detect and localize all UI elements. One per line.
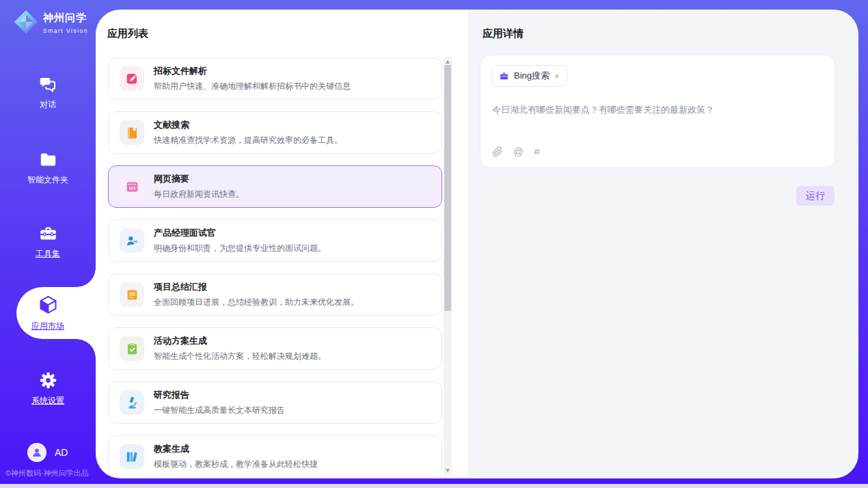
books-icon: [120, 444, 144, 469]
app-card-literature-search[interactable]: 文献搜索 快速精准查找学术资源，提高研究效率的必备工具。: [108, 111, 442, 154]
tool-chip-label: Bing搜索: [514, 70, 550, 82]
app-card-pm-interviewer[interactable]: 产品经理面试官 明确身份和职责，为您提供专业性的面试问题。: [108, 219, 442, 262]
app-detail-pane: 应用详情 Bing搜索 × 今日湖北有哪些新闻要点？有哪些需要关注的最新政策？: [468, 10, 858, 478]
cube-icon: [38, 294, 59, 318]
interviewer-icon: [120, 228, 144, 253]
app-title: 项目总结汇报: [154, 281, 359, 293]
brand-name: 神州问学: [43, 12, 88, 23]
brand-subtitle: Smart Vision: [43, 27, 88, 34]
sidebar-item-label: 应用市场: [0, 321, 96, 332]
run-button[interactable]: 运行: [796, 186, 835, 206]
webpage-code-icon: [120, 174, 144, 199]
app-root: 神州问学 Smart Vision 对话 智能文件夹: [0, 0, 868, 488]
clipboard-check-icon: [120, 336, 144, 361]
toolbox-icon: [39, 224, 57, 245]
app-card-research-report[interactable]: 研究报告 一键智能生成高质量长文本研究报告: [108, 381, 442, 424]
book-icon: [120, 120, 144, 145]
sidebar-item-label: 系统设置: [0, 395, 96, 407]
gear-icon: [39, 371, 57, 392]
main-panel: 应用列表 招标文件解析 帮助用户快速、准确地理解和解析招标书中的关键信息: [96, 10, 858, 478]
hash-icon[interactable]: #: [534, 146, 539, 157]
active-tab-curve-bottom: [77, 339, 96, 358]
brand-logo: 神州问学 Smart Vision: [13, 9, 88, 38]
app-desc: 每日政府新闻资讯快查。: [154, 189, 244, 200]
query-text[interactable]: 今日湖北有哪些新闻要点？有哪些需要关注的最新政策？: [492, 104, 714, 116]
app-desc: 帮助用户快速、准确地理解和解析招标书中的关键信息: [154, 81, 351, 92]
sidebar-item-app-market[interactable]: 应用市场: [0, 294, 96, 332]
brand-diamond-icon: [13, 9, 39, 38]
app-detail-title: 应用详情: [483, 27, 524, 40]
app-title: 网页摘要: [154, 173, 244, 185]
sidebar-item-settings[interactable]: 系统设置: [0, 371, 96, 407]
avatar: [27, 443, 46, 462]
sidebar-item-label: 工具集: [0, 248, 96, 260]
app-card-bid-parsing[interactable]: 招标文件解析 帮助用户快速、准确地理解和解析招标书中的关键信息: [108, 57, 442, 100]
sidebar-item-label: 对话: [0, 99, 96, 111]
folder-icon: [39, 150, 57, 172]
sidebar-item-label: 智能文件夹: [0, 174, 96, 186]
copyright-text: ©神州数码·神州问学出品: [5, 468, 89, 478]
app-list-title: 应用列表: [107, 27, 148, 40]
app-card-web-summary[interactable]: 网页摘要 每日政府新闻资讯快查。: [108, 165, 442, 208]
app-title: 招标文件解析: [154, 65, 351, 77]
app-desc: 一键智能生成高质量长文本研究报告: [154, 405, 285, 416]
app-title: 教案生成: [154, 443, 318, 455]
app-desc: 快速精准查找学术资源，提高研究效率的必备工具。: [154, 135, 342, 146]
app-card-project-summary[interactable]: 项目总结汇报 全面回顾项目进展，总结经验教训，助力未来优化发展。: [108, 273, 442, 316]
user-initials: AD: [55, 447, 68, 458]
app-title: 活动方案生成: [154, 335, 326, 347]
composer-card[interactable]: Bing搜索 × 今日湖北有哪些新闻要点？有哪些需要关注的最新政策？ @ #: [480, 55, 835, 168]
sidebar-item-chat[interactable]: 对话: [0, 75, 96, 111]
at-icon[interactable]: @: [513, 146, 524, 157]
app-card-event-plan[interactable]: 活动方案生成 智能生成个性化活动方案，轻松解决规划难题。: [108, 327, 442, 370]
close-icon[interactable]: ×: [554, 72, 560, 81]
app-card-list: 招标文件解析 帮助用户快速、准确地理解和解析招标书中的关键信息 文献搜索: [108, 57, 442, 478]
note-icon: [120, 282, 144, 307]
paperclip-icon[interactable]: [492, 146, 503, 157]
active-tab-curve-top: [77, 268, 96, 287]
sidebar-item-toolset[interactable]: 工具集: [0, 224, 96, 260]
app-list-pane: 应用列表 招标文件解析 帮助用户快速、准确地理解和解析招标书中的关键信息: [96, 10, 468, 478]
edit-document-icon: [120, 66, 144, 91]
app-desc: 全面回顾项目进展，总结经验教训，助力未来优化发展。: [154, 297, 359, 308]
sidebar-item-smart-folder[interactable]: 智能文件夹: [0, 150, 96, 186]
bottom-strip: [0, 484, 868, 488]
sidebar: 神州问学 Smart Vision 对话 智能文件夹: [0, 0, 96, 484]
app-title: 文献搜索: [154, 119, 342, 131]
app-card-lesson-plan[interactable]: 教案生成 模板驱动，教案秒成，教学准备从此轻松快捷: [108, 435, 442, 478]
app-desc: 模板驱动，教案秒成，教学准备从此轻松快捷: [154, 459, 318, 470]
list-scrollbar[interactable]: [444, 57, 452, 474]
user-account[interactable]: AD: [27, 443, 68, 462]
composer-toolbar: @ #: [492, 146, 540, 157]
app-title: 研究报告: [154, 389, 285, 401]
app-title: 产品经理面试官: [154, 227, 326, 239]
chat-icon: [39, 75, 57, 96]
scrollbar-thumb[interactable]: [444, 65, 451, 311]
microscope-icon: [120, 390, 144, 415]
app-desc: 智能生成个性化活动方案，轻松解决规划难题。: [154, 351, 326, 362]
person-icon: [31, 446, 43, 459]
briefcase-icon: [499, 71, 509, 81]
scroll-down-icon[interactable]: [444, 466, 452, 474]
app-desc: 明确身份和职责，为您提供专业性的面试问题。: [154, 243, 326, 254]
tool-chip-bing-search[interactable]: Bing搜索 ×: [491, 65, 567, 87]
